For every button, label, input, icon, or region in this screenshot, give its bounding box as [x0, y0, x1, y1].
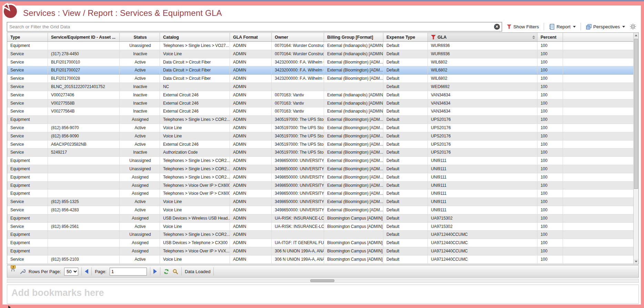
table-row[interactable]: EquipmentAssignedUSB Devices > Telephone…: [7, 239, 633, 247]
table-row[interactable]: Service5249217InactiveAuthorization Code…: [7, 148, 633, 157]
cell-gla: UPS20176: [428, 132, 537, 140]
cell-expense-type: Default: [383, 42, 428, 50]
vertical-scrollbar[interactable]: [633, 33, 638, 264]
bookmarks-panel[interactable]: Add bookmarks here: [7, 285, 639, 304]
rows-per-page-select[interactable]: 50: [64, 268, 78, 276]
table-row[interactable]: EquipmentAssignedTelephones > Voice Over…: [7, 182, 633, 190]
cell-status: Assigned: [120, 173, 160, 181]
column-header-catalog[interactable]: Catalog: [160, 33, 230, 41]
table-row[interactable]: ServiceV00277564BInactiveExternal Circui…: [7, 107, 633, 116]
table-row[interactable]: EquipmentAssignedTelephones > Single Lin…: [7, 116, 633, 124]
table-row[interactable]: Service(812) 856-4283ActiveVoice LineADM…: [7, 206, 633, 214]
table-row[interactable]: EquipmentAssignedTelephones > Voice Over…: [7, 190, 633, 198]
show-filters-button[interactable]: Show Filters: [505, 23, 541, 30]
cell-filler: [563, 165, 633, 173]
cell-type: Service: [7, 132, 48, 140]
cell-filler: [563, 42, 633, 50]
scroll-up-button[interactable]: [634, 33, 638, 38]
table-row[interactable]: EquipmentAssignedTelephones > Single Lin…: [7, 173, 633, 182]
scroll-down-button[interactable]: [634, 259, 638, 264]
cell-status: Unassigned: [120, 165, 160, 173]
table-row[interactable]: Service(812) 855-1325ActiveVoice LineADM…: [7, 198, 633, 206]
table-row[interactable]: EquipmentUnassignedTelephones > Single L…: [7, 42, 633, 50]
column-header-owner[interactable]: Owner: [272, 33, 324, 41]
cell-gla: VAN34634: [428, 107, 537, 115]
cell-gla: UPS20176: [428, 141, 537, 148]
cell-status: Assigned: [120, 190, 160, 198]
vertical-scrollbar-thumb[interactable]: [634, 39, 638, 189]
report-button[interactable]: Report: [547, 23, 578, 31]
cell-catalog: Voice Line: [160, 256, 230, 263]
page-title: Services : View / Report : Services & Eq…: [23, 8, 222, 18]
column-header-billing-group-format[interactable]: Billing Group [Format]: [324, 33, 383, 41]
column-header-label: GLA Format: [233, 35, 258, 40]
cell-type: Service: [7, 91, 48, 99]
cell-gla: UA9712440CCUMC: [428, 256, 537, 263]
next-page-button[interactable]: [153, 269, 157, 274]
table-row[interactable]: ServiceV00277558BInactiveExternal Circui…: [7, 99, 633, 108]
column-header-expense-type[interactable]: Expense Type: [383, 33, 428, 41]
cell-expense-type: Default: [383, 66, 428, 74]
vertical-scrollbar-track[interactable]: [634, 38, 638, 259]
cell-type: Equipment: [7, 247, 48, 255]
table-row[interactable]: ServiceBLFI201700010ActiveData Circuit >…: [7, 58, 633, 67]
cell-owner: 3498650000: UNIVERSITY C...: [272, 173, 324, 181]
expander-arrow-icon[interactable]: [8, 306, 11, 308]
cell-billing-group-format: Bloomington Campus [ADMIN]: [324, 247, 383, 255]
cell-gla: UA9712440CCUMC: [428, 231, 537, 239]
cell-billing-group-format: External (Bloomington) [ADM...: [324, 58, 383, 66]
refresh-icon[interactable]: [163, 269, 169, 275]
cell-billing-group-format: External (Indianapolis) [ADMIN]: [324, 42, 383, 50]
table-row[interactable]: ServiceV000277406InactiveExternal Circui…: [7, 91, 633, 99]
table-row[interactable]: ServiceBLFI201700028ActiveData Circuit >…: [7, 75, 633, 83]
perspectives-button[interactable]: Perspectives: [584, 23, 627, 31]
horizontal-scrollbar-thumb[interactable]: [310, 279, 334, 282]
cell-expense-type: Default: [383, 50, 428, 58]
cell-billing-group-format: External (Bloomington) [ADM...: [324, 206, 383, 214]
table-row[interactable]: Service(812) 856-9070ActiveVoice LineADM…: [7, 124, 633, 132]
search-input[interactable]: [7, 22, 502, 31]
table-row[interactable]: Service(812) 856-2561ActiveVoice LineADM…: [7, 223, 633, 231]
gear-icon[interactable]: [630, 23, 636, 30]
lock-icon[interactable]: [11, 269, 17, 275]
table-row[interactable]: EquipmentAssignedTelephones > Voice Over…: [7, 247, 633, 256]
cell-filler: [563, 132, 633, 140]
table-row[interactable]: EquipmentUnassignedTelephones > Single L…: [7, 165, 633, 173]
cell-percent: 100: [537, 66, 563, 74]
cell-billing-group-format: [324, 83, 383, 91]
table-row[interactable]: ServiceBLNC_201512220721401752InactiveNC…: [7, 83, 633, 91]
column-header-type[interactable]: Type: [7, 33, 48, 41]
table-row[interactable]: EquipmentUnassignedTelephones > Single L…: [7, 157, 633, 165]
table-row[interactable]: ServiceBLFI201700027ActiveData Circuit >…: [7, 66, 633, 75]
cell-percent: 100: [537, 190, 563, 198]
table-row[interactable]: EquipmentAssignedUSB Devices > Wireless …: [7, 214, 633, 223]
cell-service-equipment-id-asset: [48, 247, 120, 255]
wrench-icon[interactable]: [20, 269, 26, 275]
column-header-status[interactable]: Status: [120, 33, 160, 41]
table-row[interactable]: EquipmentUnassignedTelephones > Single L…: [7, 231, 633, 239]
table-row[interactable]: Service(812) 855-2103ActiveVoice LineADM…: [7, 256, 633, 264]
cell-percent: 100: [537, 256, 563, 263]
previous-page-button[interactable]: [85, 269, 88, 274]
table-row[interactable]: Service(812) 856-9090ActiveVoice LineADM…: [7, 132, 633, 141]
column-header-percent[interactable]: Percent: [537, 33, 563, 41]
cell-percent: 100: [537, 214, 563, 222]
cell-owner: 0070164: Wurster Construction: [272, 50, 324, 58]
column-header-gla[interactable]: GLA: [428, 33, 537, 41]
cell-expense-type: Default: [383, 190, 428, 198]
cell-gla: WIL6802: [428, 58, 537, 66]
page-number-input[interactable]: [110, 268, 147, 276]
magnifier-icon[interactable]: [172, 269, 178, 275]
cell-filler: [563, 173, 633, 181]
cell-status: Active: [120, 256, 160, 263]
table-row[interactable]: ServiceA6ACXP023582NBActiveExternal Circ…: [7, 141, 633, 149]
table-row[interactable]: Service(317) 278-4450InactiveVoice LineA…: [7, 50, 633, 58]
cell-owner: 3405197000: The UPS Store ...: [272, 141, 324, 148]
cell-expense-type: Default: [383, 141, 428, 148]
app-logo-icon: [1, 2, 19, 20]
cell-gla: UPS20176: [428, 148, 537, 156]
column-header-service-equipment-id-asset[interactable]: Service/Equipment ID - Asset ...: [48, 33, 120, 41]
horizontal-scrollbar[interactable]: [7, 279, 639, 283]
clear-search-icon[interactable]: ✕: [494, 24, 500, 30]
column-header-gla-format[interactable]: GLA Format: [230, 33, 272, 41]
